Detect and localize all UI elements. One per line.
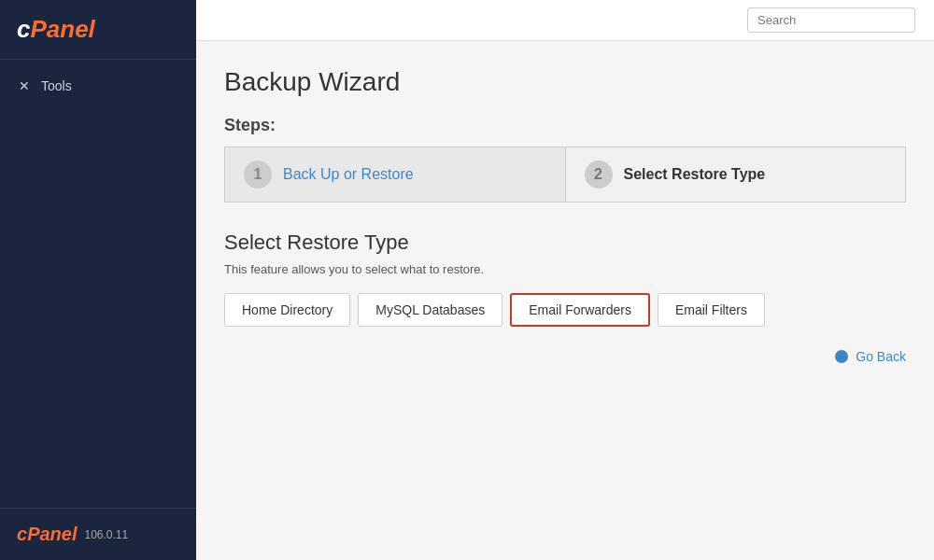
- restore-buttons-container: Home Directory MySQL Databases Email For…: [224, 293, 906, 327]
- cpanel-logo-c: c: [17, 15, 30, 43]
- step-1[interactable]: 1 Back Up or Restore: [225, 147, 566, 202]
- search-input[interactable]: [747, 7, 915, 33]
- cpanel-version: 106.0.11: [84, 528, 128, 541]
- mysql-databases-button[interactable]: MySQL Databases: [358, 293, 502, 327]
- step-2: 2 Select Restore Type: [566, 147, 906, 202]
- step-2-number: 2: [585, 161, 613, 189]
- step-1-number: 1: [244, 161, 272, 189]
- cpanel-logo-text: cPanel: [17, 15, 95, 44]
- cpanel-logo-panel: Panel: [30, 15, 94, 43]
- steps-label: Steps:: [224, 116, 906, 135]
- steps-bar: 1 Back Up or Restore 2 Select Restore Ty…: [224, 147, 906, 203]
- topbar: [196, 0, 934, 41]
- go-back-icon: [835, 350, 848, 363]
- sidebar-footer: cPanel 106.0.11: [0, 508, 196, 560]
- page-title: Backup Wizard: [224, 67, 906, 97]
- footer-logo-panel: Panel: [27, 524, 77, 544]
- cpanel-footer-logo: cPanel 106.0.11: [17, 524, 179, 545]
- tools-icon: ✕: [17, 78, 32, 93]
- go-back-label: Go Back: [856, 349, 906, 364]
- go-back-container: Go Back: [224, 349, 906, 364]
- sidebar-logo-container: cPanel: [0, 0, 196, 60]
- main-content: Backup Wizard Steps: 1 Back Up or Restor…: [196, 0, 934, 560]
- section-title: Select Restore Type: [224, 231, 906, 255]
- step-2-label: Select Restore Type: [624, 166, 766, 183]
- sidebar-item-tools[interactable]: ✕ Tools: [0, 69, 196, 103]
- email-forwarders-button[interactable]: Email Forwarders: [510, 293, 650, 327]
- go-back-link[interactable]: Go Back: [835, 349, 906, 364]
- step-1-label: Back Up or Restore: [283, 166, 414, 183]
- email-filters-button[interactable]: Email Filters: [658, 293, 765, 327]
- home-directory-button[interactable]: Home Directory: [224, 293, 350, 327]
- sidebar: cPanel ✕ Tools cPanel 106.0.11: [0, 0, 196, 560]
- cpanel-logo: cPanel: [17, 15, 179, 44]
- sidebar-item-tools-label: Tools: [41, 78, 72, 93]
- sidebar-navigation: ✕ Tools: [0, 60, 196, 508]
- content-area: Backup Wizard Steps: 1 Back Up or Restor…: [196, 41, 934, 560]
- section-description: This feature allows you to select what t…: [224, 262, 906, 276]
- footer-logo-c: c: [17, 524, 27, 544]
- cpanel-footer-logo-text: cPanel: [17, 524, 77, 545]
